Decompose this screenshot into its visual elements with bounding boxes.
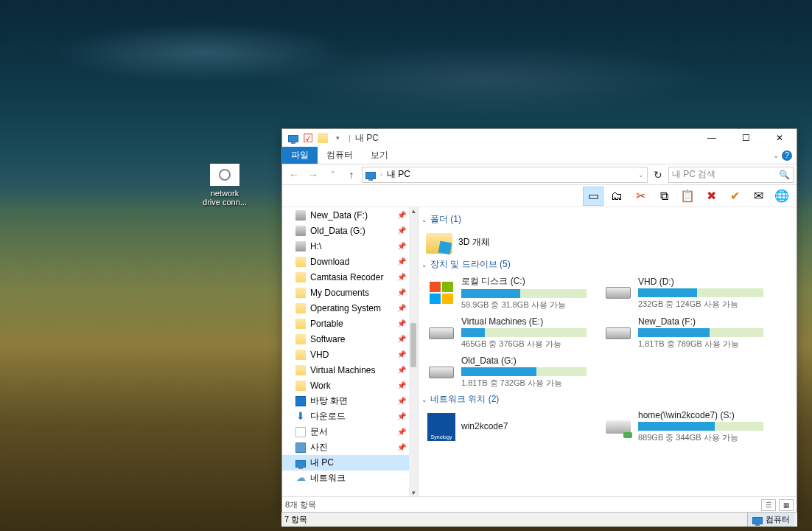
back-button[interactable]: ← [285, 167, 303, 183]
sidebar-item[interactable]: Software📌 [282, 331, 418, 347]
breadcrumb-segment[interactable]: 내 PC [387, 168, 410, 181]
sidebar-scrollbar[interactable]: ▴ ▾ [409, 207, 418, 496]
pin-icon: 📌 [397, 257, 406, 266]
drive-name: win2kcode7 [461, 421, 587, 431]
sidebar-item[interactable]: New_Data (F:)📌 [282, 207, 418, 223]
delete-button[interactable]: ✖ [701, 187, 721, 206]
scroll-up-icon[interactable]: ▴ [409, 207, 418, 215]
chevron-down-icon[interactable]: ⌄ [421, 261, 427, 268]
sidebar-item[interactable]: ⬇다운로드📌 [282, 409, 418, 424]
drive-capacity-text: 1.81TB 중 789GB 사용 가능 [638, 339, 763, 350]
web-button[interactable]: 🌐 [771, 187, 792, 206]
sidebar-item-label: Camtasia Recoder [310, 272, 383, 282]
net-drive-icon [604, 416, 632, 438]
paste-button[interactable]: 📋 [677, 187, 698, 206]
group-header-folders[interactable]: ⌄ 폴더 (1) [419, 210, 791, 229]
qat-dropdown-icon[interactable]: ▾ [331, 131, 344, 145]
folder-icon [295, 288, 306, 298]
capacity-bar [638, 422, 763, 431]
group-header-drives[interactable]: ⌄ 장치 및 드라이브 (5) [419, 255, 791, 274]
properties-button[interactable]: ✉ [748, 187, 769, 206]
desktop-shortcut-network-drive[interactable]: network drive conn... [199, 164, 251, 206]
drive-name: New_Data (F:) [638, 316, 763, 327]
scroll-down-icon[interactable]: ▾ [409, 489, 418, 496]
preview-pane-button[interactable]: ▭ [583, 187, 603, 206]
drive-item[interactable]: Virtual Machines (E:)465GB 중 376GB 사용 가능 [426, 315, 588, 351]
copy-button[interactable]: ⧉ [654, 187, 674, 206]
cut-button[interactable]: ✂ [630, 187, 651, 206]
chevron-down-icon[interactable]: ⌄ [421, 396, 427, 403]
sidebar-item[interactable]: ☁네트워크 [282, 471, 418, 486]
drive-name: home(\\win2kcode7) (S:) [638, 410, 763, 420]
sidebar-item[interactable]: Work📌 [282, 378, 418, 393]
pin-icon: 📌 [397, 350, 406, 358]
navigation-pane[interactable]: New_Data (F:)📌Old_Data (G:)📌H:\📌Download… [282, 207, 419, 496]
capacity-bar [461, 289, 587, 298]
sidebar-item-label: Portable [310, 319, 343, 329]
maximize-button[interactable]: ☐ [729, 129, 763, 147]
drive-item[interactable]: 로컬 디스크 (C:)59.9GB 중 31.8GB 사용 가능 [426, 274, 588, 312]
sidebar-item-label: My Documents [310, 288, 369, 298]
drive-item[interactable]: Old_Data (G:)1.81TB 중 732GB 사용 가능 [426, 354, 588, 390]
sidebar-item[interactable]: Download📌 [282, 254, 418, 269]
sidebar-item[interactable]: Old_Data (G:)📌 [282, 223, 418, 238]
net-icon: ☁ [295, 473, 306, 484]
search-input[interactable]: 내 PC 검색 🔍 [668, 167, 794, 183]
drive-item[interactable]: home(\\win2kcode7) (S:)889GB 중 344GB 사용 … [603, 409, 765, 445]
folder-icon [295, 272, 306, 282]
group-header-network[interactable]: ⌄ 네트워크 위치 (2) [419, 390, 791, 409]
drive-icon [295, 226, 306, 236]
drive-icon [295, 241, 306, 251]
sidebar-item[interactable]: 내 PC [282, 455, 418, 471]
sidebar-item[interactable]: My Documents📌 [282, 285, 418, 300]
status-bar: 8개 항목 ☰ ▦ [282, 496, 797, 513]
details-view-button[interactable]: ☰ [761, 499, 776, 511]
address-bar: ← → ˅ ↑ › 내 PC ⌄ ↻ 내 PC 검색 🔍 [282, 164, 797, 185]
desktop[interactable]: network drive conn... ☑ ▾ | 내 PC — ☐ ✕ 파… [0, 0, 812, 531]
content-pane[interactable]: ⌄ 폴더 (1) 3D 개체 ⌄ 장치 및 드라이브 (5) 로컬 디스크 (C… [419, 207, 797, 496]
chevron-down-icon[interactable]: ⌄ [421, 216, 427, 223]
drive-item[interactable]: VHD (D:)232GB 중 124GB 사용 가능 [603, 274, 765, 312]
drive-capacity-text: 232GB 중 124GB 사용 가능 [638, 299, 763, 310]
large-icons-view-button[interactable]: ▦ [779, 499, 794, 511]
sidebar-item[interactable]: Virtual Machines📌 [282, 362, 418, 378]
recent-locations-button[interactable]: ˅ [323, 167, 341, 183]
chevron-right-icon[interactable]: › [380, 171, 382, 178]
sidebar-item[interactable]: 바탕 화면📌 [282, 393, 418, 409]
refresh-button[interactable]: ↻ [649, 167, 667, 183]
sidebar-item[interactable]: Operating System📌 [282, 300, 418, 316]
ribbon-tab-computer[interactable]: 컴퓨터 [318, 147, 362, 164]
sidebar-item[interactable]: 문서📌 [282, 424, 418, 440]
minimize-button[interactable]: — [695, 129, 729, 147]
sidebar-item[interactable]: Portable📌 [282, 316, 418, 331]
taskbar-location[interactable]: 컴퓨터 [747, 513, 794, 527]
ribbon-expand-icon[interactable]: ⌄ [773, 151, 779, 159]
qat-newfolder-icon[interactable] [316, 131, 329, 145]
search-icon[interactable]: 🔍 [779, 170, 790, 180]
rename-button[interactable]: ✔ [724, 187, 745, 206]
sidebar-item[interactable]: VHD📌 [282, 347, 418, 362]
up-button[interactable]: ↑ [343, 167, 360, 183]
sidebar-item[interactable]: Camtasia Recoder📌 [282, 269, 418, 285]
drive-item[interactable]: Synologywin2kcode7 [426, 409, 588, 445]
sidebar-item[interactable]: H:\📌 [282, 238, 418, 254]
syn-drive-icon: Synology [427, 416, 455, 438]
organize-button[interactable]: 🗂 [606, 187, 627, 206]
folder-icon [295, 257, 306, 267]
folder-item-3d-objects[interactable]: 3D 개체 [419, 229, 581, 255]
folder-icon [295, 381, 306, 391]
forward-button[interactable]: → [304, 167, 322, 183]
ribbon-tab-view[interactable]: 보기 [362, 147, 397, 164]
titlebar[interactable]: ☑ ▾ | 내 PC — ☐ ✕ [282, 129, 797, 147]
close-button[interactable]: ✕ [763, 129, 797, 147]
qat-properties-icon[interactable]: ☑ [301, 131, 315, 145]
folder-icon [295, 350, 306, 360]
history-dropdown-icon[interactable]: ⌄ [638, 171, 644, 178]
pin-icon: 📌 [397, 397, 406, 405]
folder-3d-icon [426, 230, 452, 254]
sidebar-item[interactable]: 사진📌 [282, 440, 418, 455]
breadcrumb[interactable]: › 내 PC ⌄ [362, 167, 648, 183]
help-icon[interactable]: ? [782, 150, 792, 161]
drive-item[interactable]: New_Data (F:)1.81TB 중 789GB 사용 가능 [603, 315, 765, 351]
ribbon-tab-file[interactable]: 파일 [282, 147, 318, 164]
